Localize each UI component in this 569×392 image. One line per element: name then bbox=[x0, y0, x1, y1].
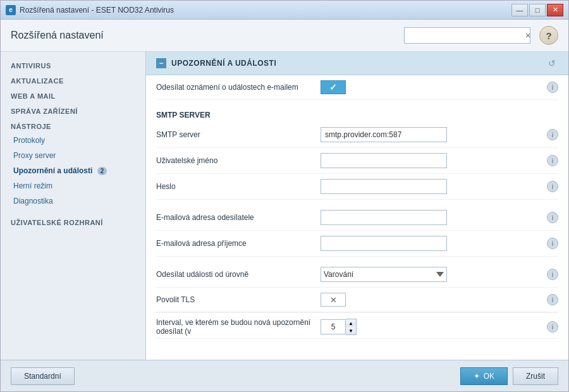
sender-value bbox=[321, 210, 547, 225]
sidebar-section-web-a-mail[interactable]: WEB A MAIL bbox=[1, 87, 145, 102]
sidebar-section-aktualizace[interactable]: AKTUALIZACE bbox=[1, 72, 145, 87]
sidebar-item-upozorneni-udalosti[interactable]: Upozornění a události 2 bbox=[1, 163, 145, 178]
spinner-buttons: ▲ ▼ bbox=[346, 319, 357, 335]
footer-right: ✦ OK Zrušit bbox=[460, 367, 558, 385]
sender-input[interactable] bbox=[321, 210, 447, 225]
email-notify-info-icon[interactable]: i bbox=[547, 82, 558, 93]
form-row-interval: Interval, ve kterém se budou nová upozor… bbox=[156, 312, 558, 339]
sidebar-item-diagnostika[interactable]: Diagnostika bbox=[1, 193, 145, 209]
interval-value: ▲ ▼ bbox=[321, 319, 547, 335]
sidebar-section-sprava-zarizeni[interactable]: SPRÁVA ZAŘÍZENÍ bbox=[1, 102, 145, 118]
interval-input[interactable] bbox=[321, 319, 346, 334]
smtp-server-info-icon[interactable]: i bbox=[547, 129, 558, 140]
sidebar-section-nastroje[interactable]: NÁSTROJE bbox=[1, 118, 145, 133]
minimize-button[interactable]: — bbox=[511, 4, 528, 16]
sidebar-item-herni-rezim[interactable]: Herní režim bbox=[1, 178, 145, 193]
event-level-select[interactable]: Varování Chyba Informace bbox=[321, 267, 447, 282]
standard-button[interactable]: Standardní bbox=[11, 367, 75, 385]
interval-label: Interval, ve kterém se budou nová upozor… bbox=[156, 318, 321, 336]
sidebar-section-antivirus[interactable]: ANTIVIRUS bbox=[1, 57, 145, 72]
spinner-down-button[interactable]: ▼ bbox=[346, 327, 356, 334]
smtp-server-value bbox=[321, 127, 547, 142]
ok-label: OK bbox=[484, 372, 494, 381]
sender-info-icon[interactable]: i bbox=[547, 212, 558, 223]
event-level-info-icon[interactable]: i bbox=[547, 269, 558, 280]
smtp-section-title: SMTP SERVER bbox=[156, 111, 211, 119]
main-window: e Rozšířená nastavení - ESET NOD32 Antiv… bbox=[0, 0, 569, 392]
cancel-button[interactable]: Zrušit bbox=[513, 367, 558, 385]
content-panel: − UPOZORNĚNÍ A UDÁLOSTI ↺ Odesílat oznám… bbox=[146, 52, 568, 360]
username-info-icon[interactable]: i bbox=[547, 155, 558, 166]
form-row-recipient: E-mailová adresa příjemce i bbox=[156, 231, 558, 257]
form-row-tls: Povolit TLS ✕ i bbox=[156, 288, 558, 312]
smtp-server-label: SMTP server bbox=[156, 130, 321, 139]
password-label: Heslo bbox=[156, 182, 321, 191]
event-level-value: Varování Chyba Informace bbox=[321, 267, 547, 282]
search-clear-button[interactable]: × bbox=[522, 27, 534, 44]
header-right: × ? bbox=[404, 26, 558, 45]
sidebar-item-proxy-server[interactable]: Proxy server bbox=[1, 148, 145, 163]
form-row-password: Heslo i bbox=[156, 174, 558, 200]
smtp-server-input[interactable] bbox=[321, 127, 447, 142]
section-title: UPOZORNĚNÍ A UDÁLOSTI bbox=[171, 59, 541, 68]
help-button[interactable]: ? bbox=[539, 26, 558, 45]
tls-x-icon: ✕ bbox=[330, 295, 337, 305]
sidebar-section-uzivatelske-rozhrani[interactable]: UŽIVATELSKÉ ROZHRANÍ bbox=[1, 214, 145, 229]
password-info-icon[interactable]: i bbox=[547, 181, 558, 192]
recipient-value bbox=[321, 236, 547, 251]
section-reset-button[interactable]: ↺ bbox=[546, 57, 558, 70]
email-notify-value: ✓ bbox=[321, 80, 547, 94]
tls-label: Povolit TLS bbox=[156, 295, 321, 304]
username-value bbox=[321, 153, 547, 168]
form-row-sender: E-mailová adresa odesílatele i bbox=[156, 205, 558, 231]
sender-label: E-mailová adresa odesílatele bbox=[156, 213, 321, 222]
sidebar-item-protokoly[interactable]: Protokoly bbox=[1, 133, 145, 148]
header: Rozšířená nastavení × ? bbox=[1, 20, 568, 52]
section-collapse-button[interactable]: − bbox=[156, 58, 166, 68]
sidebar: ANTIVIRUS AKTUALIZACE WEB A MAIL SPRÁVA … bbox=[1, 52, 146, 360]
toggle-check-icon: ✓ bbox=[329, 82, 337, 92]
smtp-sub-section-header: SMTP SERVER bbox=[156, 102, 558, 122]
header-title: Rozšířená nastavení bbox=[11, 30, 104, 41]
interval-info-icon[interactable]: i bbox=[547, 321, 558, 333]
password-input[interactable] bbox=[321, 179, 447, 194]
app-icon: e bbox=[6, 5, 16, 15]
form-section: Odesílat oznámení o událostech e-mailem … bbox=[146, 75, 568, 339]
form-row-username: Uživatelské jméno i bbox=[156, 148, 558, 174]
main-area: ANTIVIRUS AKTUALIZACE WEB A MAIL SPRÁVA … bbox=[1, 52, 568, 360]
tls-info-icon[interactable]: i bbox=[547, 294, 558, 305]
recipient-info-icon[interactable]: i bbox=[547, 238, 558, 249]
event-level-label: Odesílat události od úrovně bbox=[156, 270, 321, 279]
close-button[interactable]: ✕ bbox=[547, 4, 563, 16]
ok-icon: ✦ bbox=[474, 372, 480, 381]
ok-button[interactable]: ✦ OK bbox=[460, 367, 508, 385]
interval-spinner: ▲ ▼ bbox=[321, 319, 357, 335]
spinner-up-button[interactable]: ▲ bbox=[346, 319, 356, 327]
tls-checkbox[interactable]: ✕ bbox=[321, 293, 346, 307]
form-row-smtp-server: SMTP server i bbox=[156, 122, 558, 148]
sidebar-badge-upozorneni: 2 bbox=[97, 167, 107, 175]
recipient-label: E-mailová adresa příjemce bbox=[156, 239, 321, 248]
username-label: Uživatelské jméno bbox=[156, 156, 321, 165]
maximize-button[interactable]: □ bbox=[529, 4, 546, 16]
search-input[interactable] bbox=[404, 27, 530, 44]
password-value bbox=[321, 179, 547, 194]
form-row-event-level: Odesílat události od úrovně Varování Chy… bbox=[156, 262, 558, 288]
titlebar: e Rozšířená nastavení - ESET NOD32 Antiv… bbox=[1, 1, 568, 20]
spacer bbox=[156, 200, 558, 205]
form-row-email-notify: Odesílat oznámení o událostech e-mailem … bbox=[156, 75, 558, 100]
titlebar-buttons: — □ ✕ bbox=[511, 4, 563, 16]
recipient-input[interactable] bbox=[321, 236, 447, 251]
titlebar-title: Rozšířená nastavení - ESET NOD32 Antivir… bbox=[20, 6, 511, 15]
email-notify-label: Odesílat oznámení o událostech e-mailem bbox=[156, 83, 321, 92]
username-input[interactable] bbox=[321, 153, 447, 168]
section-header-upozorneni: − UPOZORNĚNÍ A UDÁLOSTI ↺ bbox=[146, 52, 568, 75]
footer-left: Standardní bbox=[11, 367, 75, 385]
tls-value: ✕ bbox=[321, 293, 547, 307]
spacer2 bbox=[156, 257, 558, 262]
footer: Standardní ✦ OK Zrušit bbox=[1, 360, 568, 391]
email-notify-toggle[interactable]: ✓ bbox=[321, 80, 346, 94]
